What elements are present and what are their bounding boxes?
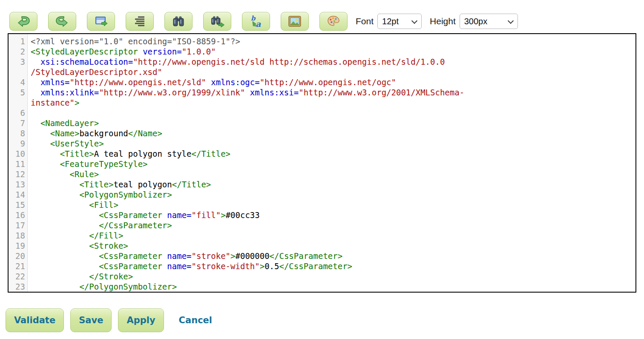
apply-button[interactable]: Apply xyxy=(118,308,164,332)
line-number: 6 xyxy=(9,108,28,118)
code-row: instance"> xyxy=(9,98,635,108)
code-line: xmlns:xlink="http://www.w3.org/1999/xlin… xyxy=(28,87,464,98)
code-row: 15 <Fill> xyxy=(9,200,635,210)
line-number: 4 xyxy=(9,77,28,87)
reformat-icon xyxy=(134,16,145,27)
line-number: 15 xyxy=(9,200,28,210)
code-row: 11 <FeatureTypeStyle> xyxy=(9,159,635,169)
code-row: 23 </PolygonSymbolizer> xyxy=(9,282,635,292)
color-palette-icon xyxy=(327,15,340,27)
sld-code-editor[interactable]: 1<?xml version="1.0" encoding="ISO-8859-… xyxy=(8,33,636,293)
line-number: 14 xyxy=(9,190,28,200)
code-line: <Title>A teal polygon style</Title> xyxy=(28,149,230,159)
code-row: 6 xyxy=(9,108,635,118)
line-number: 13 xyxy=(9,179,28,190)
code-line: <CssParameter name="stroke-width">0.5</C… xyxy=(28,261,352,271)
editor-toolbar: ba Font 12pt Height 300px xyxy=(9,12,518,31)
code-rows: 1<?xml version="1.0" encoding="ISO-8859-… xyxy=(9,36,635,292)
editor-height-label: Height xyxy=(430,16,456,26)
code-line: <UserStyle> xyxy=(28,138,104,149)
action-bar: Validate Save Apply Cancel xyxy=(6,308,212,332)
code-line: <Stroke> xyxy=(28,241,128,251)
editor-height-select[interactable]: 300px xyxy=(460,14,518,29)
find-next-icon xyxy=(210,16,224,27)
code-line xyxy=(28,108,31,118)
code-line: </Stroke> xyxy=(28,271,133,282)
redo-icon xyxy=(55,15,69,27)
line-number: 23 xyxy=(9,282,28,292)
undo-button[interactable] xyxy=(9,12,37,31)
code-row: 13 <Title>teal polygon</Title> xyxy=(9,179,635,190)
line-number: 21 xyxy=(9,261,28,271)
color-palette-button[interactable] xyxy=(319,12,348,31)
code-row: 9 <UserStyle> xyxy=(9,138,635,149)
font-size-select-wrap: 12pt xyxy=(377,14,422,29)
code-line: <?xml version="1.0" encoding="ISO-8859-1… xyxy=(28,36,240,46)
code-row: 22 </Stroke> xyxy=(9,271,635,282)
line-number: 22 xyxy=(9,271,28,282)
code-line: xsi:schemaLocation="http://www.opengis.n… xyxy=(28,57,445,67)
find-icon xyxy=(172,16,185,27)
insert-image-button[interactable] xyxy=(281,12,309,31)
code-line: /StyledLayerDescriptor.xsd" xyxy=(28,67,162,77)
font-size-label: Font xyxy=(356,16,374,26)
line-number: 8 xyxy=(9,128,28,138)
code-row: 3 xsi:schemaLocation="http://www.opengis… xyxy=(9,57,635,67)
window-go-button[interactable] xyxy=(87,12,115,31)
line-number: 11 xyxy=(9,159,28,169)
window-go-icon xyxy=(95,15,108,27)
cancel-link[interactable]: Cancel xyxy=(179,315,212,325)
code-line: </Fill> xyxy=(28,230,123,241)
code-line: <Fill> xyxy=(28,200,118,210)
code-row: 12 <Rule> xyxy=(9,169,635,179)
line-number: 10 xyxy=(9,149,28,159)
line-number: 12 xyxy=(9,169,28,179)
line-number: 17 xyxy=(9,220,28,230)
line-number xyxy=(9,67,28,77)
code-row: 5 xmlns:xlink="http://www.w3.org/1999/xl… xyxy=(9,87,635,98)
line-number: 20 xyxy=(9,251,28,261)
code-line: <Rule> xyxy=(28,169,99,179)
line-number xyxy=(9,98,28,108)
code-row: 18 </Fill> xyxy=(9,230,635,241)
code-line: <Name>background</Name> xyxy=(28,128,162,138)
code-row: 17 </CssParameter> xyxy=(9,220,635,230)
code-row: 2<StyledLayerDescriptor version="1.0.0" xyxy=(9,46,635,57)
line-number: 2 xyxy=(9,46,28,57)
code-line: instance"> xyxy=(28,98,79,108)
code-line: <Title>teal polygon</Title> xyxy=(28,179,211,190)
line-number: 3 xyxy=(9,57,28,67)
code-row: 8 <Name>background</Name> xyxy=(9,128,635,138)
reformat-button[interactable] xyxy=(126,12,154,31)
font-size-select[interactable]: 12pt xyxy=(377,14,422,29)
code-row: 14 <PolygonSymbolizer> xyxy=(9,190,635,200)
line-number: 18 xyxy=(9,230,28,241)
code-line: </CssParameter> xyxy=(28,220,172,230)
toolbar-buttons: ba xyxy=(9,12,348,31)
line-number: 7 xyxy=(9,118,28,128)
code-line: xmlns="http://www.opengis.net/sld" xmlns… xyxy=(28,77,396,87)
validate-button[interactable]: Validate xyxy=(6,308,64,332)
code-row: 4 xmlns="http://www.opengis.net/sld" xml… xyxy=(9,77,635,87)
code-line: <CssParameter name="fill">#00cc33 xyxy=(28,210,260,220)
replace-icon: ba xyxy=(250,15,262,28)
code-line: <CssParameter name="stroke">#000000</Css… xyxy=(28,251,342,261)
code-line: <FeatureTypeStyle> xyxy=(28,159,148,169)
save-button[interactable]: Save xyxy=(70,308,112,332)
redo-button[interactable] xyxy=(48,12,76,31)
code-row: /StyledLayerDescriptor.xsd" xyxy=(9,67,635,77)
line-number: 9 xyxy=(9,138,28,149)
find-next-button[interactable] xyxy=(203,12,231,31)
code-row: 21 <CssParameter name="stroke-width">0.5… xyxy=(9,261,635,271)
replace-button[interactable]: ba xyxy=(242,12,270,31)
find-button[interactable] xyxy=(164,12,193,31)
code-row: 20 <CssParameter name="stroke">#000000</… xyxy=(9,251,635,261)
code-row: 1<?xml version="1.0" encoding="ISO-8859-… xyxy=(9,36,635,46)
line-number: 16 xyxy=(9,210,28,220)
code-line: </PolygonSymbolizer> xyxy=(28,282,177,292)
code-row: 19 <Stroke> xyxy=(9,241,635,251)
code-line: <StyledLayerDescriptor version="1.0.0" xyxy=(28,46,216,57)
line-number: 1 xyxy=(9,36,28,46)
svg-text:a: a xyxy=(256,19,261,28)
undo-icon xyxy=(16,15,31,27)
